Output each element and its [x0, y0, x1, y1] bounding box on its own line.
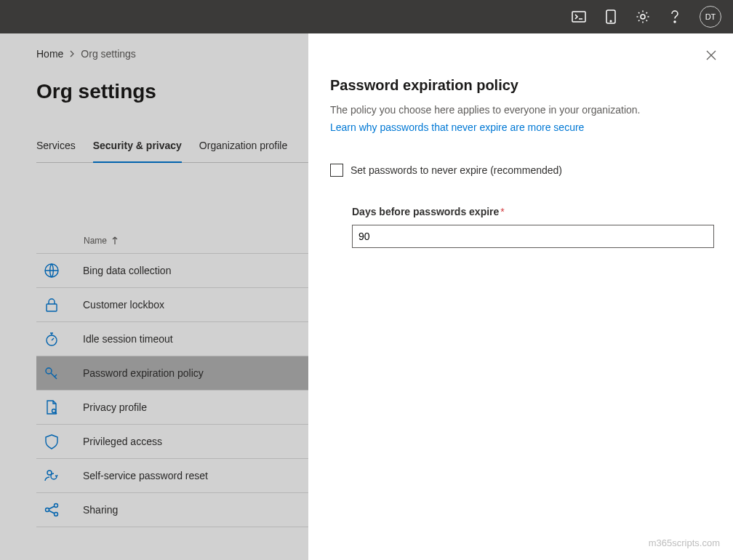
svg-point-3: [641, 15, 645, 19]
close-icon: [705, 49, 717, 61]
globe-icon: [44, 263, 60, 279]
key-icon: [44, 365, 60, 381]
mobile-icon[interactable]: [604, 9, 618, 24]
svg-point-12: [55, 504, 58, 508]
svg-point-8: [46, 368, 52, 374]
svg-point-13: [55, 513, 58, 516]
list-item-label: Self-service password reset: [83, 470, 208, 481]
list-item-password-expiration[interactable]: Password expiration policy: [36, 356, 308, 391]
cloud-shell-icon[interactable]: [572, 9, 586, 24]
never-expire-option[interactable]: Set passwords to never expire (recommend…: [330, 164, 711, 177]
days-before-expire-input[interactable]: [352, 225, 714, 248]
panel-learn-more-link[interactable]: Learn why passwords that never expire ar…: [330, 121, 711, 133]
panel-description: The policy you choose here applies to ev…: [330, 104, 711, 116]
list-item-label: Privacy profile: [83, 401, 147, 413]
page-title: Org settings: [36, 80, 308, 103]
watermark-text: m365scripts.com: [649, 537, 720, 548]
list-item-sharing[interactable]: Sharing: [36, 493, 308, 527]
list-item-label: Customer lockbox: [83, 299, 164, 311]
document-icon: [44, 399, 60, 415]
svg-point-10: [47, 471, 52, 475]
list-item-label: Sharing: [83, 504, 118, 516]
checkbox-label: Set passwords to never expire (recommend…: [351, 164, 562, 176]
column-header-name[interactable]: Name: [84, 236, 308, 246]
panel-title: Password expiration policy: [330, 77, 711, 94]
list-item-sspr[interactable]: Self-service password reset: [36, 459, 308, 493]
settings-list: Bing data collection Customer lockbox Id…: [36, 253, 308, 527]
svg-point-4: [674, 21, 676, 23]
main-content: Home Org settings Org settings Services …: [0, 33, 308, 560]
tab-organization-profile[interactable]: Organization profile: [199, 140, 287, 162]
tab-strip: Services Security & privacy Organization…: [36, 140, 308, 163]
avatar[interactable]: DT: [700, 6, 721, 28]
shield-icon: [44, 433, 60, 449]
column-header-label: Name: [84, 236, 107, 246]
svg-point-11: [46, 508, 49, 512]
list-item-bing[interactable]: Bing data collection: [36, 254, 308, 288]
svg-point-9: [52, 409, 56, 413]
breadcrumb: Home Org settings: [36, 48, 308, 60]
chevron-right-icon: [69, 50, 75, 57]
stopwatch-icon: [44, 331, 60, 347]
days-before-expire-label: Days before passwords expire*: [352, 206, 711, 217]
help-icon[interactable]: [668, 9, 682, 24]
list-item-label: Password expiration policy: [83, 367, 204, 379]
top-bar: DT: [0, 0, 733, 33]
lock-icon: [44, 297, 60, 313]
tab-security-privacy[interactable]: Security & privacy: [93, 140, 182, 163]
breadcrumb-current: Org settings: [81, 48, 135, 60]
sort-arrow-up-icon: [111, 236, 119, 245]
list-item-lockbox[interactable]: Customer lockbox: [36, 288, 308, 322]
svg-rect-6: [47, 304, 57, 311]
list-item-privacy[interactable]: Privacy profile: [36, 391, 308, 425]
tab-services[interactable]: Services: [36, 140, 76, 162]
svg-point-2: [610, 20, 612, 22]
breadcrumb-home[interactable]: Home: [36, 48, 63, 60]
gear-icon[interactable]: [636, 9, 650, 24]
people-refresh-icon: [44, 468, 60, 484]
flyout-panel: Password expiration policy The policy yo…: [308, 33, 733, 560]
list-item-label: Idle session timeout: [83, 333, 173, 345]
list-item-label: Privileged access: [83, 436, 162, 447]
list-item-idle[interactable]: Idle session timeout: [36, 322, 308, 356]
close-button[interactable]: [705, 49, 717, 61]
svg-rect-0: [572, 12, 585, 22]
share-icon: [44, 502, 60, 518]
list-item-label: Bing data collection: [83, 265, 171, 276]
list-item-privileged[interactable]: Privileged access: [36, 425, 308, 459]
checkbox-icon[interactable]: [330, 164, 343, 177]
